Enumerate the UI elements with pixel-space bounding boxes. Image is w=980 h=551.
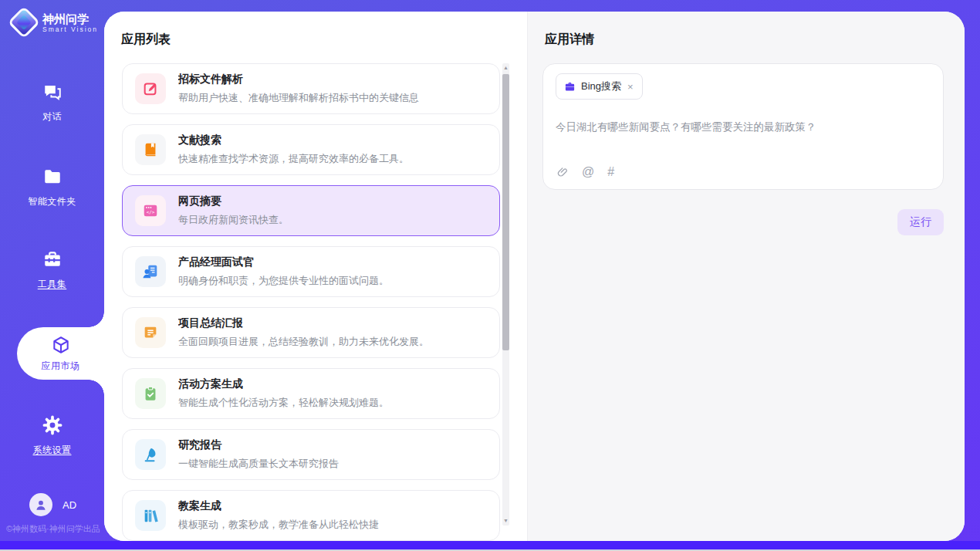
sidebar-item-label: 工具集 — [38, 279, 67, 289]
avatar[interactable] — [29, 493, 52, 516]
tool-chip-bing-search[interactable]: Bing搜索 × — [556, 73, 643, 100]
app-card-title: 活动方案生成 — [178, 377, 389, 391]
edit-square-icon — [135, 73, 166, 104]
sidebar-item-system-settings[interactable]: 系统设置 — [0, 415, 104, 457]
app-card-pm-interviewer[interactable]: 产品经理面试官 明确身份和职责，为您提供专业性的面试问题。 — [122, 246, 500, 297]
browser-code-icon: </> — [135, 195, 166, 226]
svg-text:</>: </> — [147, 209, 155, 215]
folder-icon — [0, 167, 104, 188]
books-icon — [135, 500, 166, 531]
app-list-panel: 应用列表 招标文件解析 帮助用户快速、准确地理解和解析招标书中的关键信息 文献搜… — [104, 12, 527, 541]
sidebar-item-label: 应用市场 — [42, 360, 80, 373]
toolbox-icon — [0, 249, 104, 271]
brand-subtitle: Smart Vision — [42, 25, 98, 33]
sidebar-item-app-market[interactable]: 应用市场 — [17, 327, 104, 380]
app-card-description: 每日政府新闻资讯快查。 — [178, 213, 289, 227]
gear-icon — [0, 415, 104, 437]
chat-icon — [0, 82, 104, 103]
app-card-description: 模板驱动，教案秒成，教学准备从此轻松快捷 — [178, 518, 379, 532]
app-card-description: 快速精准查找学术资源，提高研究效率的必备工具。 — [178, 152, 409, 166]
composer-toolbar: @ # — [557, 165, 614, 179]
app-card-title: 网页摘要 — [178, 194, 289, 208]
sidebar-item-label: 系统设置 — [33, 445, 72, 455]
bottom-accent-bar — [0, 541, 980, 549]
sidebar-item-smart-folder[interactable]: 智能文件夹 — [0, 167, 104, 208]
sidebar-item-toolbox[interactable]: 工具集 — [0, 249, 104, 291]
app-card-title: 项目总结汇报 — [178, 316, 429, 330]
app-card-title: 产品经理面试官 — [178, 255, 389, 269]
paperclip-icon[interactable] — [557, 167, 569, 178]
main-content: 应用列表 招标文件解析 帮助用户快速、准确地理解和解析招标书中的关键信息 文献搜… — [104, 12, 965, 541]
person-icon — [35, 499, 47, 511]
app-detail-title: 应用详情 — [545, 32, 594, 48]
app-card-title: 教案生成 — [178, 499, 379, 513]
scrollbar-up-arrow-icon[interactable]: ▲ — [502, 64, 509, 72]
app-card-description: 帮助用户快速、准确地理解和解析招标书中的关键信息 — [178, 91, 419, 105]
app-card-web-summary[interactable]: </> 网页摘要 每日政府新闻资讯快查。 — [122, 185, 500, 236]
briefcase-icon — [564, 81, 576, 93]
prompt-text[interactable]: 今日湖北有哪些新闻要点？有哪些需要关注的最新政策？ — [556, 120, 931, 135]
app-card-description: 明确身份和职责，为您提供专业性的面试问题。 — [178, 274, 389, 288]
scrollbar-thumb[interactable] — [502, 74, 509, 350]
app-detail-panel: 应用详情 Bing搜索 × 今日湖北有哪些新闻要点？有哪些需要关注的最新政策？ … — [527, 12, 965, 541]
run-row: 运行 — [542, 209, 944, 235]
app-card-description: 全面回顾项目进展，总结经验教训，助力未来优化发展。 — [178, 335, 429, 349]
brand-name: 神州问学 — [42, 12, 98, 25]
chip-close-icon[interactable]: × — [627, 81, 634, 93]
app-card-lesson-plan-gen[interactable]: 教案生成 模板驱动，教案秒成，教学准备从此轻松快捷 — [122, 490, 500, 541]
sidebar-item-label: 对话 — [42, 111, 62, 122]
composer-card[interactable]: Bing搜索 × 今日湖北有哪些新闻要点？有哪些需要关注的最新政策？ @ # — [542, 63, 944, 190]
scrollbar[interactable]: ▲ ▼ — [502, 63, 509, 526]
app-card-event-plan-gen[interactable]: 活动方案生成 智能生成个性化活动方案，轻松解决规划难题。 — [122, 368, 500, 419]
sidebar-footer: ©神州数码·神州问学出品 — [6, 523, 100, 535]
user-initials: AD — [63, 499, 76, 511]
app-card-bid-doc-analysis[interactable]: 招标文件解析 帮助用户快速、准确地理解和解析招标书中的关键信息 — [122, 63, 500, 114]
mention-icon[interactable]: @ — [582, 165, 594, 179]
app-card-project-summary[interactable]: 项目总结汇报 全面回顾项目进展，总结经验教训，助力未来优化发展。 — [122, 307, 500, 358]
app-card-research-report[interactable]: 研究报告 一键智能生成高质量长文本研究报告 — [122, 429, 500, 480]
cube-icon — [51, 335, 71, 357]
app-list-title: 应用列表 — [121, 32, 171, 48]
app-card-title: 招标文件解析 — [178, 73, 419, 86]
sidebar: 神州问学 Smart Vision 对话 智能文件夹 工具集 应用市场 系统设置… — [0, 0, 104, 541]
brand-logo-diamond-icon — [8, 6, 40, 39]
app-card-title: 研究报告 — [178, 438, 339, 452]
app-card-description: 智能生成个性化活动方案，轻松解决规划难题。 — [178, 396, 389, 410]
hash-icon[interactable]: # — [607, 165, 614, 179]
sidebar-item-label: 智能文件夹 — [28, 196, 76, 207]
app-card-list: 招标文件解析 帮助用户快速、准确地理解和解析招标书中的关键信息 文献搜索 快速精… — [122, 63, 500, 541]
ink-pen-icon — [135, 439, 166, 470]
app-card-title: 文献搜索 — [178, 134, 409, 147]
app-card-literature-search[interactable]: 文献搜索 快速精准查找学术资源，提高研究效率的必备工具。 — [122, 124, 500, 175]
book-icon — [135, 134, 166, 165]
brand: 神州问学 Smart Vision — [0, 0, 104, 34]
scrollbar-down-arrow-icon[interactable]: ▼ — [502, 517, 509, 525]
user-row[interactable]: AD — [29, 493, 76, 516]
sidebar-item-chat[interactable]: 对话 — [0, 82, 104, 123]
interview-icon — [135, 256, 166, 287]
app-card-description: 一键智能生成高质量长文本研究报告 — [178, 457, 339, 471]
tool-chip-label: Bing搜索 — [581, 79, 621, 93]
note-icon — [135, 317, 166, 348]
clipboard-check-icon — [135, 378, 166, 409]
run-button[interactable]: 运行 — [897, 209, 944, 235]
